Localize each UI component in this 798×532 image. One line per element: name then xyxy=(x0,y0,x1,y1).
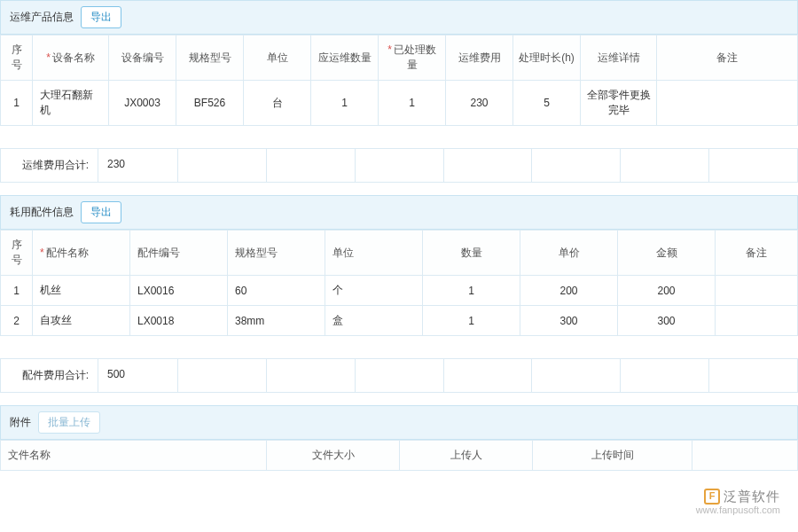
table-cell: LX0018 xyxy=(130,306,228,336)
section1-summary: 运维费用合计: 230 xyxy=(0,148,798,183)
section2-title: 耗用配件信息 xyxy=(10,205,74,220)
table-cell: 200 xyxy=(520,276,618,306)
section2-summary-label: 配件费用合计: xyxy=(1,359,98,392)
column-header: *配件名称 xyxy=(33,231,130,276)
table-cell: 1 xyxy=(1,81,33,126)
table-row: 2自攻丝LX001838mm盒1300300 xyxy=(1,306,798,336)
table-cell xyxy=(716,306,798,336)
column-header: 规格型号 xyxy=(228,231,325,276)
section3-table: 文件名称文件大小上传人上传时间 xyxy=(0,440,798,471)
section2-export-button[interactable]: 导出 xyxy=(81,201,121,223)
table-cell: 2 xyxy=(1,306,33,336)
table-cell xyxy=(657,81,798,126)
section3-title: 附件 xyxy=(10,415,31,430)
column-header: 序号 xyxy=(1,35,33,81)
column-header: 单位 xyxy=(325,231,423,276)
table-cell: 机丝 xyxy=(33,276,130,306)
section1-export-button[interactable]: 导出 xyxy=(81,6,121,28)
section2-summary: 配件费用合计: 500 xyxy=(0,358,798,393)
column-header: 备注 xyxy=(716,231,798,276)
table-cell: 个 xyxy=(325,276,423,306)
table-cell: 60 xyxy=(228,276,325,306)
table-cell xyxy=(716,276,798,306)
section1-table: 序号*设备名称设备编号规格型号单位应运维数量*已处理数量运维费用处理时长(h)运… xyxy=(0,35,798,126)
column-header: 序号 xyxy=(1,231,33,276)
table-cell: 1 xyxy=(423,306,520,336)
table-row: 1机丝LX001660个1200200 xyxy=(1,276,798,306)
column-header: 单价 xyxy=(520,231,618,276)
column-header: 应运维数量 xyxy=(311,35,379,81)
column-header: 设备编号 xyxy=(109,35,176,81)
table-cell: 全部零件更换完毕 xyxy=(581,81,657,126)
table-cell: 大理石翻新机 xyxy=(33,81,109,126)
column-header: 运维费用 xyxy=(446,35,513,81)
table-cell: BF526 xyxy=(176,81,244,126)
section2-summary-value: 500 xyxy=(98,359,178,392)
column-header: 文件名称 xyxy=(1,441,267,471)
column-header: 上传人 xyxy=(400,441,533,471)
table-row: 1大理石翻新机JX0003BF526台112305全部零件更换完毕 xyxy=(1,81,798,126)
section2-table: 序号*配件名称配件编号规格型号单位数量单价金额备注 1机丝LX001660个12… xyxy=(0,230,798,336)
table-cell: 300 xyxy=(520,306,618,336)
table-cell: 台 xyxy=(244,81,311,126)
section3-upload-button[interactable]: 批量上传 xyxy=(38,411,100,434)
column-header: 上传时间 xyxy=(533,441,692,471)
table-cell: 1 xyxy=(311,81,379,126)
table-cell: 230 xyxy=(446,81,513,126)
column-header: 规格型号 xyxy=(176,35,244,81)
table-cell: 38mm xyxy=(228,306,325,336)
section3-header: 附件 批量上传 xyxy=(0,405,798,440)
table-cell: 300 xyxy=(618,306,716,336)
column-header: 备注 xyxy=(657,35,798,81)
section1-summary-label: 运维费用合计: xyxy=(1,149,98,182)
section1-title: 运维产品信息 xyxy=(10,10,74,25)
column-header xyxy=(692,441,798,471)
column-header: 数量 xyxy=(423,231,520,276)
column-header: 处理时长(h) xyxy=(513,35,581,81)
column-header: 运维详情 xyxy=(581,35,657,81)
column-header: 金额 xyxy=(618,231,716,276)
section1-header: 运维产品信息 导出 xyxy=(0,0,798,35)
table-cell: 自攻丝 xyxy=(33,306,130,336)
section2-header: 耗用配件信息 导出 xyxy=(0,195,798,230)
section1-summary-value: 230 xyxy=(98,149,178,182)
column-header: 单位 xyxy=(244,35,311,81)
table-cell: 5 xyxy=(513,81,581,126)
column-header: 文件大小 xyxy=(267,441,400,471)
column-header: *已处理数量 xyxy=(379,35,446,81)
table-cell: 1 xyxy=(423,276,520,306)
table-cell: LX0016 xyxy=(130,276,228,306)
column-header: 配件编号 xyxy=(130,231,228,276)
table-cell: JX0003 xyxy=(109,81,176,126)
table-cell: 1 xyxy=(1,276,33,306)
table-cell: 1 xyxy=(379,81,446,126)
table-cell: 200 xyxy=(618,276,716,306)
table-cell: 盒 xyxy=(325,306,423,336)
column-header: *设备名称 xyxy=(33,35,109,81)
